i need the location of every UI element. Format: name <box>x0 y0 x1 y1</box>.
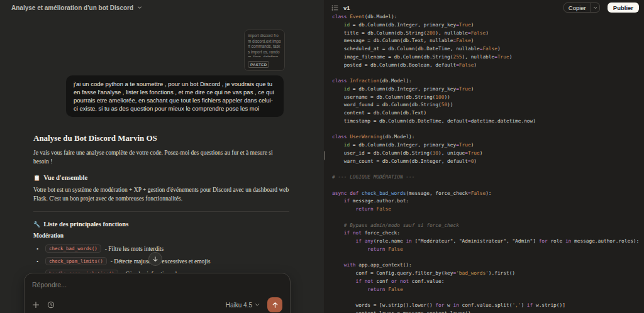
composer-toolbar: Haiku 4.5 <box>32 297 282 312</box>
conversation-title-bar[interactable]: Analyse et amélioration d'un bot Discord <box>0 0 322 15</box>
response-intro: Je vais vous faire une analyse complète … <box>33 149 289 166</box>
chevron-down-icon <box>593 6 597 10</box>
user-message-bubble: j'ai un code python a te soumettre , pou… <box>66 75 284 117</box>
chevron-down-icon <box>255 302 260 307</box>
arrow-up-icon <box>272 302 279 309</box>
attach-plus-button[interactable] <box>32 301 40 309</box>
panel-resize-handle[interactable] <box>323 151 325 160</box>
list-icon <box>331 4 338 11</box>
clipboard-emoji-icon: 📋 <box>33 175 40 181</box>
list-item: • check_bad_words() - Filtre les mots in… <box>33 244 289 253</box>
app-window: Analyse et amélioration d'un bot Discord… <box>0 0 644 313</box>
bullet-icon: • <box>36 258 42 265</box>
wrench-emoji-icon: 🔧 <box>33 221 40 228</box>
history-button[interactable] <box>47 301 55 309</box>
pasted-preview-text: import discord from discord.ext import c… <box>248 33 281 57</box>
list-item-desc: - Filtre les mots interdits <box>105 246 164 252</box>
version-tab[interactable]: v1 <box>343 4 350 11</box>
subsection-moderation-heading: Modération <box>33 233 289 239</box>
chevron-down-icon <box>137 5 142 10</box>
section-divider <box>33 211 289 212</box>
plus-icon <box>32 301 40 309</box>
artifact-header: v1 Copier Publier <box>324 0 644 13</box>
model-name: Haiku 4.5 <box>226 302 252 309</box>
send-button[interactable] <box>267 297 282 312</box>
section-overview-body: Votre bot est un système de modération +… <box>33 186 289 203</box>
arrow-down-icon <box>152 256 158 262</box>
version-list-button[interactable] <box>331 4 338 11</box>
reply-input[interactable]: Répondre... <box>32 281 282 288</box>
inline-code-chip: check_bad_words() <box>45 244 101 253</box>
code-content: class Event(db.Model): id = db.Column(db… <box>324 13 644 313</box>
copy-options-button[interactable] <box>591 3 599 12</box>
copy-split-button: Copier <box>564 3 600 13</box>
composer[interactable]: Répondre... Haiku 4.5 <box>24 273 291 313</box>
clock-icon <box>47 301 55 309</box>
section-overview-heading: 📋 Vue d'ensemble <box>33 174 289 181</box>
artifact-panel: v1 Copier Publier class Event(db.Model):… <box>322 0 644 313</box>
chat-panel: Analyse et amélioration d'un bot Discord… <box>0 0 322 313</box>
model-selector[interactable]: Haiku 4.5 <box>226 302 260 309</box>
pasted-badge: PASTED <box>248 61 269 68</box>
bullet-icon: • <box>36 246 42 252</box>
response-title: Analyse du Bot Discord Marvin OS <box>33 133 289 143</box>
section-functions-heading: 🔧 Liste des principales fonctions <box>33 221 289 228</box>
inline-code-chip: check_spam_limits() <box>45 257 107 265</box>
pasted-attachment-card[interactable]: import discord from discord.ext import c… <box>244 30 285 71</box>
publish-button[interactable]: Publier <box>608 3 639 13</box>
scroll-to-bottom-button[interactable] <box>148 252 162 266</box>
copy-button[interactable]: Copier <box>564 3 591 12</box>
conversation-title: Analyse et amélioration d'un bot Discord <box>11 4 133 11</box>
